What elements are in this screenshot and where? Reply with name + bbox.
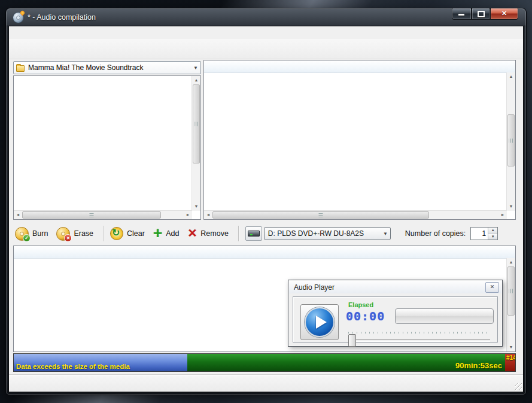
desktop-background: * - Audio compilation Mamma Mia! The Mov… — [0, 0, 532, 403]
scroll-right-icon[interactable]: ► — [184, 211, 192, 219]
client-area: Mamma Mia! The Movie Soundtrack ▼ ▲ ▼ ◄ … — [9, 26, 523, 392]
folder-combo-value: Mamma Mia! The Movie Soundtrack — [27, 63, 191, 72]
scrollbar-thumb[interactable] — [507, 266, 515, 316]
remove-label: Remove — [200, 229, 229, 238]
elapsed-time-display: 00:00 — [346, 309, 385, 323]
drive-select[interactable]: D: PLDS DVD+-RW DU-8A2S ▼ — [264, 227, 391, 240]
tree-vertical-scrollbar[interactable]: ▲ ▼ — [191, 76, 200, 211]
clear-icon — [110, 227, 123, 240]
audio-player-body: Elapsed 00:00 — [293, 296, 498, 343]
capacity-warning-text: Data exceeds the size of the media — [16, 363, 130, 370]
erase-disc-icon — [56, 227, 70, 241]
scroll-down-icon[interactable]: ▼ — [507, 343, 515, 352]
scrollbar-thumb[interactable] — [22, 211, 161, 219]
copies-value: 1 — [471, 228, 488, 240]
scroll-up-icon[interactable]: ▲ — [507, 258, 515, 266]
burn-toolbar: Burn Erase Clear Add Remove — [9, 223, 523, 244]
audio-player-title: Audio Player — [294, 283, 335, 292]
capacity-total-time: 90min:53sec — [455, 361, 502, 370]
clear-label: Clear — [127, 229, 145, 238]
audio-player-close-button[interactable]: ✕ — [485, 282, 499, 293]
elapsed-label: Elapsed — [348, 301, 373, 308]
play-button[interactable] — [300, 304, 339, 340]
track-table-vertical-scrollbar[interactable]: ▲ ▼ — [506, 258, 515, 352]
app-window: * - Audio compilation Mamma Mia! The Mov… — [6, 8, 526, 395]
seek-slider-track[interactable] — [348, 340, 490, 342]
resize-grip[interactable] — [515, 383, 522, 390]
status-bar — [9, 375, 523, 392]
window-title: * - Audio compilation — [28, 13, 96, 22]
file-list: ▲ ▼ ◄ ► — [203, 60, 516, 220]
stepper-up-icon[interactable]: ▲ — [488, 228, 497, 234]
add-button[interactable]: Add — [153, 227, 179, 240]
burn-disc-icon — [15, 227, 29, 241]
scrollbar-thumb[interactable] — [507, 114, 515, 166]
toolbar-separator — [238, 226, 239, 241]
folder-tree: ▲ ▼ ◄ ► — [13, 75, 201, 220]
add-label: Add — [166, 229, 179, 238]
file-list-header — [204, 60, 515, 73]
scroll-down-icon[interactable]: ▼ — [192, 202, 200, 211]
remove-button[interactable]: Remove — [187, 228, 228, 240]
audio-player-titlebar[interactable]: Audio Player — [289, 281, 501, 293]
scroll-left-icon[interactable]: ◄ — [204, 211, 212, 219]
scroll-down-icon[interactable]: ▼ — [507, 202, 515, 211]
chevron-down-icon[interactable]: ▼ — [381, 231, 390, 237]
maximize-button[interactable] — [472, 8, 490, 20]
erase-button[interactable]: Erase — [56, 227, 93, 241]
drive-button[interactable] — [245, 226, 262, 241]
burn-label: Burn — [32, 229, 48, 238]
erase-label: Erase — [74, 229, 93, 238]
playback-progress-bar — [395, 308, 494, 324]
scroll-left-icon[interactable]: ◄ — [14, 211, 22, 219]
tree-horizontal-scrollbar[interactable]: ◄ ► — [14, 210, 192, 219]
file-list-horizontal-scrollbar[interactable]: ◄ ► — [204, 210, 507, 219]
add-icon — [153, 227, 162, 240]
play-icon — [305, 307, 335, 337]
app-icon — [13, 12, 24, 23]
burn-button[interactable]: Burn — [15, 227, 48, 241]
window-titlebar[interactable]: * - Audio compilation — [6, 8, 526, 26]
audio-player-window: Audio Player ✕ Elapsed 00:00 — [288, 280, 503, 347]
folder-combo[interactable]: Mamma Mia! The Movie Soundtrack ▼ — [13, 61, 201, 74]
copies-label: Number of copies: — [405, 229, 466, 238]
seek-slider-thumb[interactable] — [348, 334, 356, 347]
track-table-header — [14, 246, 515, 259]
remove-icon — [187, 226, 197, 240]
scrollbar-thumb[interactable] — [193, 84, 200, 163]
chevron-down-icon[interactable]: ▼ — [191, 65, 200, 71]
clear-button[interactable]: Clear — [110, 227, 145, 240]
toolbar-separator — [103, 226, 104, 241]
file-list-vertical-scrollbar[interactable]: ▲ ▼ — [506, 72, 515, 211]
drive-icon — [248, 231, 260, 237]
menu-bar — [9, 26, 523, 39]
drive-select-value: D: PLDS DVD+-RW DU-8A2S — [268, 229, 364, 238]
minimize-button[interactable] — [452, 8, 472, 20]
capacity-bar: Data exceeds the size of the media #14 9… — [13, 353, 516, 372]
close-button[interactable] — [490, 8, 518, 20]
scrollbar-thumb[interactable] — [212, 211, 429, 219]
stepper-down-icon[interactable]: ▼ — [488, 234, 497, 240]
copies-stepper[interactable]: 1 ▲ ▼ — [470, 227, 498, 240]
scroll-up-icon[interactable]: ▲ — [507, 72, 515, 81]
capacity-message-area: Data exceeds the size of the media — [14, 354, 187, 371]
capacity-segment-label: #14 — [506, 354, 515, 361]
capacity-overflow-segment: #14 — [505, 354, 515, 371]
seek-slider-ticks — [348, 332, 490, 334]
scroll-up-icon[interactable]: ▲ — [192, 76, 200, 84]
folder-icon — [16, 65, 25, 72]
main-toolbar — [9, 39, 523, 59]
scroll-right-icon[interactable]: ► — [498, 211, 507, 219]
